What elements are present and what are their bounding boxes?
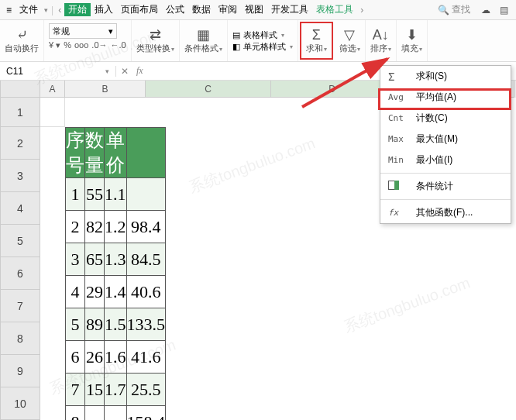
- col-C[interactable]: C: [146, 81, 271, 98]
- chevron-down-icon[interactable]: ▾: [43, 6, 50, 14]
- row-10[interactable]: 10: [0, 387, 40, 420]
- col-B[interactable]: B: [65, 81, 146, 98]
- tab-formula[interactable]: 公式: [162, 3, 188, 16]
- row-8[interactable]: 8: [0, 322, 40, 355]
- row-9[interactable]: 9: [0, 355, 40, 387]
- menu-avg[interactable]: Avg平均值(A): [380, 87, 511, 108]
- group-styles: ▤ 表格样式▾ ◧ 单元格样式▾: [228, 20, 298, 61]
- tab-dev[interactable]: 开发工具: [267, 3, 312, 16]
- name-box[interactable]: C11 ▾: [0, 66, 116, 77]
- name-box-value: C11: [6, 66, 23, 77]
- group-number: 常规▾ ¥ ▾ % ооо .0→ ←.0: [44, 20, 132, 61]
- menu-label: 计数(C): [416, 112, 448, 125]
- tab-review[interactable]: 审阅: [215, 3, 241, 16]
- autowrap-icon: ⤶: [16, 27, 28, 43]
- table-row: 2821.298.4: [66, 211, 166, 243]
- cellstyle-button[interactable]: ◧ 单元格样式▾: [232, 41, 293, 53]
- currency-icon[interactable]: ¥ ▾: [49, 40, 60, 50]
- sum-dropdown: Σ求和(S) Avg平均值(A) Cnt计数(C) Max最大值(M) Min最…: [380, 65, 511, 224]
- menu-label: 平均值(A): [416, 91, 456, 104]
- condfmt-label: 条件格式: [184, 43, 218, 53]
- tab-tabletool[interactable]: 表格工具: [312, 3, 357, 16]
- sort-icon: A↓: [373, 27, 389, 43]
- tab-home[interactable]: 开始: [64, 3, 91, 16]
- menu-label: 最小值(I): [416, 153, 452, 167]
- dec-inc-icon[interactable]: .0→: [91, 40, 107, 50]
- th-qty[interactable]: 数量: [85, 128, 105, 178]
- row-2[interactable]: 2: [0, 127, 40, 160]
- menu-min[interactable]: Min最小值(I): [380, 150, 511, 170]
- tab-layout[interactable]: 页面布局: [117, 3, 162, 16]
- tab-view[interactable]: 视图: [241, 3, 267, 16]
- menu-count[interactable]: Cnt计数(C): [380, 108, 511, 129]
- table-row: 4291.440.6: [66, 276, 166, 308]
- menubar: ≡ 文件 ▾ | ‹ 开始 插入 页面布局 公式 数据 审阅 视图 开发工具 表…: [0, 0, 516, 20]
- col-D[interactable]: D: [271, 81, 394, 98]
- group-condfmt[interactable]: ▦ 条件格式▾: [180, 20, 228, 61]
- row-3[interactable]: 3: [0, 160, 40, 192]
- tab-data[interactable]: 数据: [188, 3, 215, 16]
- tab-insert[interactable]: 插入: [91, 3, 117, 16]
- typeconv-label: 类型转换: [136, 43, 170, 53]
- comma-icon[interactable]: ооо: [74, 40, 88, 50]
- menu-sum[interactable]: Σ求和(S): [380, 66, 511, 87]
- prev-icon[interactable]: ‹: [55, 5, 64, 15]
- cloud-icon[interactable]: ☁: [476, 5, 495, 15]
- row-6[interactable]: 6: [0, 257, 40, 290]
- select-all-corner[interactable]: [0, 81, 40, 98]
- row-4[interactable]: 4: [0, 192, 40, 225]
- group-filter[interactable]: ▽ 筛选▾: [335, 20, 366, 61]
- percent-icon[interactable]: %: [64, 40, 71, 50]
- dec-dec-icon[interactable]: ←.0: [111, 40, 126, 50]
- group-autowrap[interactable]: ⤶ 自动换行: [0, 20, 44, 61]
- table-row: 8158.4: [66, 406, 166, 421]
- fill-label: 填充: [401, 43, 418, 53]
- sigma-icon: Σ: [312, 27, 321, 43]
- number-format-select[interactable]: 常规▾: [49, 23, 117, 39]
- search-label: 查找: [452, 3, 470, 16]
- table-row: 5891.5133.5: [66, 308, 166, 341]
- cellstyle-label: 单元格样式: [243, 41, 286, 53]
- row-5[interactable]: 5: [0, 225, 40, 257]
- th-price[interactable]: 单价: [105, 128, 127, 178]
- cnt-icon: Cnt: [388, 113, 408, 123]
- group-sum[interactable]: Σ 求和▾: [300, 22, 333, 60]
- row-7[interactable]: 7: [0, 290, 40, 322]
- col-A[interactable]: A: [40, 81, 65, 98]
- next-icon[interactable]: ›: [357, 5, 366, 15]
- filter-label: 筛选: [339, 43, 356, 53]
- menu-otherfn[interactable]: fx其他函数(F)...: [380, 202, 511, 223]
- file-menu[interactable]: 文件: [15, 3, 43, 16]
- sigma-icon: Σ: [388, 71, 408, 83]
- group-sort[interactable]: A↓ 排序▾: [366, 20, 397, 61]
- fill-icon: ⬇: [406, 27, 418, 43]
- tablestyle-label: 表格样式: [243, 29, 277, 41]
- th-seq[interactable]: 序号: [66, 128, 85, 178]
- group-typeconv[interactable]: ⇄ 类型转换▾: [132, 20, 180, 61]
- cancel-icon[interactable]: ✕: [121, 66, 129, 77]
- tablestyle-icon: ▤: [232, 30, 240, 40]
- sum-label: 求和: [306, 43, 323, 53]
- menu-icon[interactable]: ≡: [3, 5, 15, 15]
- search-box[interactable]: 🔍 查找: [432, 3, 476, 16]
- row-headers: 1 2 3 4 5 6 7 8 9 10: [0, 98, 40, 420]
- fx-icon: fx: [388, 208, 408, 218]
- menu-condstat[interactable]: 条件统计: [380, 176, 511, 197]
- chevron-down-icon: ▾: [108, 26, 113, 36]
- menu-label: 求和(S): [416, 70, 447, 83]
- data-table: 序号 数量 单价 1551.1 2821.298.4 3651.384.5 42…: [65, 127, 166, 420]
- row-1[interactable]: 1: [0, 98, 40, 127]
- autowrap-label: 自动换行: [5, 43, 39, 54]
- menu-label: 其他函数(F)...: [416, 206, 473, 219]
- filter-icon: ▽: [344, 27, 355, 43]
- app-icon[interactable]: ▤: [495, 5, 513, 15]
- table-row: 6261.641.6: [66, 341, 166, 374]
- cellstyle-icon: ◧: [232, 42, 240, 52]
- group-fill[interactable]: ⬇ 填充▾: [397, 20, 428, 61]
- fx-icon[interactable]: fx: [136, 65, 143, 77]
- number-format-label: 常规: [53, 26, 70, 37]
- th-blank[interactable]: [126, 128, 166, 178]
- menu-max[interactable]: Max最大值(M): [380, 129, 511, 150]
- table-header-row: 序号 数量 单价: [66, 128, 166, 178]
- tablestyle-button[interactable]: ▤ 表格样式▾: [232, 29, 284, 41]
